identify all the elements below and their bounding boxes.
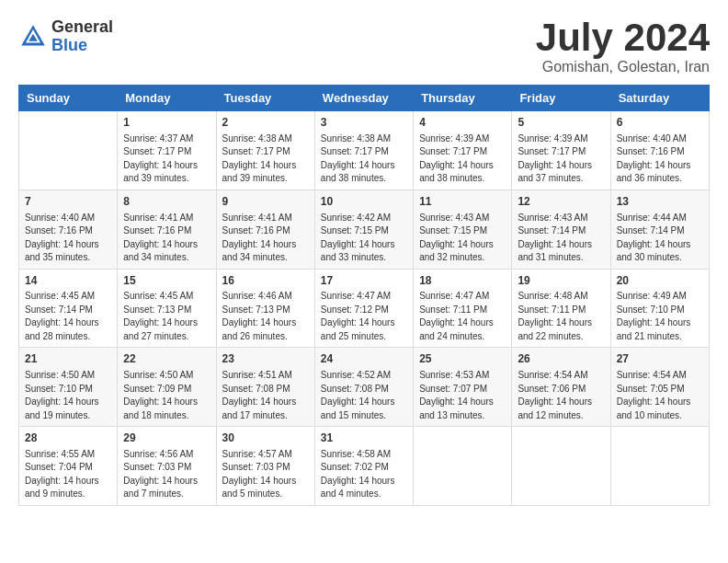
day-info: Sunrise: 4:56 AM Sunset: 7:03 PM Dayligh… — [123, 448, 210, 501]
day-info: Sunrise: 4:41 AM Sunset: 7:16 PM Dayligh… — [123, 212, 210, 265]
calendar-header-tuesday: Tuesday — [216, 86, 314, 111]
day-number: 19 — [518, 273, 604, 289]
day-number: 13 — [617, 194, 703, 210]
calendar-cell: 23Sunrise: 4:51 AM Sunset: 7:08 PM Dayli… — [216, 348, 314, 427]
calendar-cell — [414, 427, 512, 506]
day-number: 23 — [222, 351, 309, 367]
calendar-cell: 20Sunrise: 4:49 AM Sunset: 7:10 PM Dayli… — [610, 269, 709, 348]
day-number: 27 — [617, 351, 703, 367]
calendar-cell: 11Sunrise: 4:43 AM Sunset: 7:15 PM Dayli… — [414, 190, 512, 269]
day-info: Sunrise: 4:42 AM Sunset: 7:15 PM Dayligh… — [321, 212, 407, 265]
day-number: 22 — [123, 351, 210, 367]
day-info: Sunrise: 4:45 AM Sunset: 7:13 PM Dayligh… — [123, 290, 210, 343]
calendar-header-wednesday: Wednesday — [314, 86, 413, 111]
day-info: Sunrise: 4:37 AM Sunset: 7:17 PM Dayligh… — [123, 132, 210, 186]
day-info: Sunrise: 4:45 AM Sunset: 7:14 PM Dayligh… — [25, 290, 111, 343]
day-info: Sunrise: 4:43 AM Sunset: 7:15 PM Dayligh… — [419, 212, 506, 265]
day-info: Sunrise: 4:49 AM Sunset: 7:10 PM Dayligh… — [617, 290, 703, 343]
month-title: July 2024 — [536, 18, 710, 57]
calendar-cell: 19Sunrise: 4:48 AM Sunset: 7:11 PM Dayli… — [512, 269, 610, 348]
calendar-cell: 8Sunrise: 4:41 AM Sunset: 7:16 PM Daylig… — [118, 190, 216, 269]
day-number: 21 — [25, 351, 111, 367]
day-info: Sunrise: 4:48 AM Sunset: 7:11 PM Dayligh… — [518, 290, 604, 343]
day-info: Sunrise: 4:41 AM Sunset: 7:16 PM Dayligh… — [222, 212, 309, 265]
day-number: 4 — [419, 115, 506, 131]
calendar-header-monday: Monday — [118, 86, 216, 111]
day-number: 9 — [222, 194, 309, 210]
day-info: Sunrise: 4:47 AM Sunset: 7:12 PM Dayligh… — [321, 290, 407, 343]
calendar-cell: 13Sunrise: 4:44 AM Sunset: 7:14 PM Dayli… — [610, 190, 709, 269]
calendar-cell: 7Sunrise: 4:40 AM Sunset: 7:16 PM Daylig… — [19, 190, 118, 269]
title-section: July 2024 Gomishan, Golestan, Iran — [536, 18, 710, 75]
calendar-cell: 29Sunrise: 4:56 AM Sunset: 7:03 PM Dayli… — [118, 427, 216, 506]
calendar-cell: 27Sunrise: 4:54 AM Sunset: 7:05 PM Dayli… — [610, 348, 709, 427]
day-info: Sunrise: 4:39 AM Sunset: 7:17 PM Dayligh… — [518, 132, 604, 186]
day-info: Sunrise: 4:50 AM Sunset: 7:09 PM Dayligh… — [123, 369, 210, 422]
day-info: Sunrise: 4:54 AM Sunset: 7:05 PM Dayligh… — [617, 369, 703, 422]
logo-blue-text: Blue — [51, 37, 113, 55]
calendar-cell: 9Sunrise: 4:41 AM Sunset: 7:16 PM Daylig… — [216, 190, 314, 269]
calendar-cell: 21Sunrise: 4:50 AM Sunset: 7:10 PM Dayli… — [19, 348, 118, 427]
day-info: Sunrise: 4:38 AM Sunset: 7:17 PM Dayligh… — [321, 132, 407, 186]
calendar-header-sunday: Sunday — [19, 86, 118, 111]
calendar-header-row: SundayMondayTuesdayWednesdayThursdayFrid… — [19, 86, 710, 111]
day-number: 1 — [123, 115, 210, 131]
logo-text: General Blue — [51, 18, 113, 55]
calendar-cell: 3Sunrise: 4:38 AM Sunset: 7:17 PM Daylig… — [314, 111, 413, 190]
day-number: 6 — [617, 115, 703, 131]
day-number: 29 — [123, 431, 210, 446]
day-number: 10 — [321, 194, 407, 210]
calendar-cell: 24Sunrise: 4:52 AM Sunset: 7:08 PM Dayli… — [314, 348, 413, 427]
day-info: Sunrise: 4:53 AM Sunset: 7:07 PM Dayligh… — [419, 369, 506, 422]
calendar-week-row: 14Sunrise: 4:45 AM Sunset: 7:14 PM Dayli… — [19, 269, 710, 348]
calendar-header-thursday: Thursday — [414, 86, 512, 111]
calendar-cell: 5Sunrise: 4:39 AM Sunset: 7:17 PM Daylig… — [512, 111, 610, 190]
calendar-cell: 4Sunrise: 4:39 AM Sunset: 7:17 PM Daylig… — [414, 111, 512, 190]
calendar-cell: 31Sunrise: 4:58 AM Sunset: 7:02 PM Dayli… — [314, 427, 413, 506]
day-info: Sunrise: 4:52 AM Sunset: 7:08 PM Dayligh… — [321, 369, 407, 422]
logo-general-text: General — [51, 18, 113, 37]
location-subtitle: Gomishan, Golestan, Iran — [536, 59, 710, 75]
day-info: Sunrise: 4:57 AM Sunset: 7:03 PM Dayligh… — [222, 448, 309, 501]
day-info: Sunrise: 4:47 AM Sunset: 7:11 PM Dayligh… — [419, 290, 506, 343]
day-info: Sunrise: 4:40 AM Sunset: 7:16 PM Dayligh… — [617, 132, 703, 186]
day-number: 3 — [321, 115, 407, 131]
logo: General Blue — [18, 18, 113, 55]
day-number: 24 — [321, 351, 407, 367]
day-info: Sunrise: 4:40 AM Sunset: 7:16 PM Dayligh… — [25, 212, 111, 265]
calendar-cell — [512, 427, 610, 506]
day-info: Sunrise: 4:54 AM Sunset: 7:06 PM Dayligh… — [518, 369, 604, 422]
calendar-week-row: 28Sunrise: 4:55 AM Sunset: 7:04 PM Dayli… — [19, 427, 710, 506]
calendar-week-row: 1Sunrise: 4:37 AM Sunset: 7:17 PM Daylig… — [19, 111, 710, 190]
calendar-cell: 28Sunrise: 4:55 AM Sunset: 7:04 PM Dayli… — [19, 427, 118, 506]
calendar-cell: 26Sunrise: 4:54 AM Sunset: 7:06 PM Dayli… — [512, 348, 610, 427]
calendar-cell: 2Sunrise: 4:38 AM Sunset: 7:17 PM Daylig… — [216, 111, 314, 190]
calendar-header-saturday: Saturday — [610, 86, 709, 111]
logo-icon — [18, 22, 48, 52]
day-info: Sunrise: 4:55 AM Sunset: 7:04 PM Dayligh… — [25, 448, 111, 501]
day-info: Sunrise: 4:43 AM Sunset: 7:14 PM Dayligh… — [518, 212, 604, 265]
calendar-cell: 30Sunrise: 4:57 AM Sunset: 7:03 PM Dayli… — [216, 427, 314, 506]
header: General Blue July 2024 Gomishan, Golesta… — [18, 18, 710, 75]
calendar-cell: 15Sunrise: 4:45 AM Sunset: 7:13 PM Dayli… — [118, 269, 216, 348]
calendar-cell — [610, 427, 709, 506]
calendar-cell: 10Sunrise: 4:42 AM Sunset: 7:15 PM Dayli… — [314, 190, 413, 269]
calendar-cell: 14Sunrise: 4:45 AM Sunset: 7:14 PM Dayli… — [19, 269, 118, 348]
calendar-week-row: 7Sunrise: 4:40 AM Sunset: 7:16 PM Daylig… — [19, 190, 710, 269]
day-info: Sunrise: 4:39 AM Sunset: 7:17 PM Dayligh… — [419, 132, 506, 186]
calendar-cell: 25Sunrise: 4:53 AM Sunset: 7:07 PM Dayli… — [414, 348, 512, 427]
day-number: 16 — [222, 273, 309, 289]
day-number: 30 — [222, 431, 309, 446]
day-info: Sunrise: 4:58 AM Sunset: 7:02 PM Dayligh… — [321, 448, 407, 501]
day-info: Sunrise: 4:51 AM Sunset: 7:08 PM Dayligh… — [222, 369, 309, 422]
day-number: 2 — [222, 115, 309, 131]
calendar-cell: 16Sunrise: 4:46 AM Sunset: 7:13 PM Dayli… — [216, 269, 314, 348]
day-info: Sunrise: 4:50 AM Sunset: 7:10 PM Dayligh… — [25, 369, 111, 422]
calendar-cell: 18Sunrise: 4:47 AM Sunset: 7:11 PM Dayli… — [414, 269, 512, 348]
calendar-cell — [19, 111, 118, 190]
day-number: 11 — [419, 194, 506, 210]
day-info: Sunrise: 4:38 AM Sunset: 7:17 PM Dayligh… — [222, 132, 309, 186]
day-number: 12 — [518, 194, 604, 210]
day-number: 26 — [518, 351, 604, 367]
day-number: 20 — [617, 273, 703, 289]
